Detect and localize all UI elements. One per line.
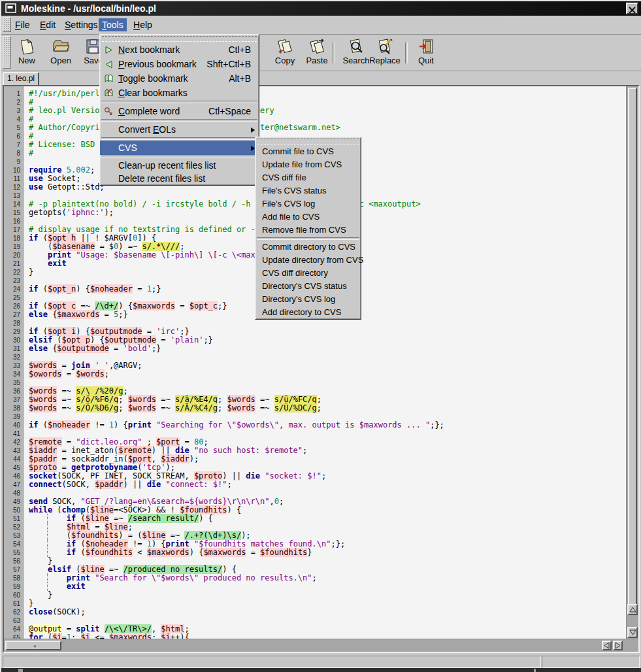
line-number: 37: [4, 395, 23, 404]
toolbar-button-paste[interactable]: Paste: [301, 37, 333, 69]
toolbar-button-open[interactable]: Open: [44, 37, 77, 69]
tools-menu-item-previous-bookmark[interactable]: Previous bookmarkShft+Ctl+B: [100, 57, 259, 71]
line-number: 28: [4, 319, 23, 328]
tools-menu-item-next-bookmark[interactable]: Next bookmarkCtl+B: [100, 42, 259, 57]
tools-menu-item-toggle-bookmark[interactable]: Toggle bookmarkAlt+B: [100, 71, 259, 86]
line-number: 32: [4, 353, 23, 361]
line-number: 36: [4, 387, 23, 395]
tools-menu-item-cvs[interactable]: CVS: [100, 141, 259, 155]
code-line[interactable]: $words = join ' ',@ARGV;: [29, 361, 626, 370]
toggle-bookmark-icon: [104, 73, 114, 84]
cvs-menu-item-add-directory-to-cvs[interactable]: Add directory to CVS: [255, 306, 361, 319]
menubar-item-settings[interactable]: Settings: [61, 18, 101, 31]
toolbar-grip-handle[interactable]: [3, 36, 11, 69]
code-line[interactable]: connect(SOCK, $paddr) || die "connect: $…: [29, 480, 626, 489]
tools-menu-item-complete-word[interactable]: Complete wordCtl+Space: [100, 104, 259, 118]
tab-leo-pl[interactable]: 1. leo.pl: [3, 72, 39, 85]
code-line[interactable]: exit: [29, 582, 626, 591]
line-number: 59: [4, 582, 23, 591]
menu-separator: [257, 237, 359, 240]
line-number: 19: [4, 243, 23, 251]
cvs-menu-item-commit-directory-to-cvs[interactable]: Commit directory to CVS: [255, 241, 361, 254]
code-line[interactable]: $owords = $words;: [29, 370, 626, 378]
menubar-item-tools[interactable]: Tools: [99, 18, 127, 31]
line-number: 2: [4, 98, 23, 107]
cvs-menu-item-file-s-cvs-status[interactable]: File's CVS status: [255, 184, 361, 197]
tools-menu-item-convert-eols[interactable]: Convert EOLs: [100, 122, 259, 137]
tools-menu: Next bookmarkCtl+BPrevious bookmarkShft+…: [99, 34, 259, 186]
clear-bookmarks-icon: [104, 88, 114, 98]
code-line[interactable]: close(SOCK);: [29, 608, 626, 616]
line-number: 15: [4, 209, 23, 217]
horizontal-scrollbar-thumb[interactable]: [5, 641, 61, 650]
cvs-menu-item-update-file-from-cvs[interactable]: Update file from CVS: [255, 158, 361, 171]
cvs-menu-item-commit-file-to-cvs[interactable]: Commit file to CVS: [255, 145, 361, 158]
vertical-scrollbar[interactable]: [626, 86, 638, 639]
code-line[interactable]: }: [29, 599, 626, 608]
menubar-item-file[interactable]: File: [12, 18, 33, 31]
tools-menu-item-delete-recent-files-list[interactable]: Delete recent files list: [100, 172, 259, 185]
horizontal-scrollbar[interactable]: [4, 639, 638, 652]
toolbar-button-new[interactable]: New: [12, 37, 42, 69]
line-number: 61: [4, 599, 23, 608]
code-line[interactable]: for ($i=1; $i <= $maxwords; $i++){: [29, 633, 626, 639]
cvs-menu-item-cvs-diff-file[interactable]: CVS diff file: [255, 171, 361, 184]
scroll-left-icon[interactable]: [602, 641, 612, 650]
line-number: 35: [4, 378, 23, 387]
scroll-up-icon[interactable]: [627, 604, 638, 615]
toolbar-button-copy[interactable]: Copy: [269, 37, 301, 69]
menu-tearoff-handle[interactable]: [257, 139, 359, 144]
menubar-item-help[interactable]: Help: [130, 18, 156, 31]
cvs-menu-item-cvs-diff-directory[interactable]: CVS diff directory: [255, 267, 361, 280]
tools-menu-item-clean-up-recent-files-list[interactable]: Clean-up recent files list: [100, 159, 259, 172]
toolbar-button-label: Replace: [369, 56, 401, 65]
menubar-grip-handle[interactable]: [3, 17, 11, 32]
toolbar-separator: [405, 42, 408, 63]
cvs-menu-item-add-file-to-cvs[interactable]: Add file to CVS: [255, 210, 361, 224]
line-number: 10: [4, 166, 23, 175]
close-icon[interactable]: [626, 3, 638, 14]
window-title: Moleskine - /usr/local/bin/leo.pl: [21, 1, 156, 16]
status-panel-right: [542, 656, 640, 668]
toolbar-button-quit[interactable]: Quit: [412, 37, 440, 69]
line-number: 47: [4, 480, 23, 489]
cvs-menu-item-update-directory-from-cvs[interactable]: Update directory from CVS: [255, 254, 361, 267]
menu-tearoff-handle[interactable]: [102, 36, 257, 42]
cvs-menu-item-directory-s-cvs-status[interactable]: Directory's CVS status: [255, 280, 361, 293]
menu-separator: [101, 101, 257, 103]
line-number-gutter: 1234567891011121314151617181920212223242…: [4, 86, 24, 639]
complete-word-icon: [104, 106, 114, 116]
menu-item-label: Toggle bookmark: [118, 73, 188, 84]
line-number: 33: [4, 361, 23, 370]
code-line[interactable]: }: [29, 591, 626, 599]
scroll-down-icon[interactable]: [627, 627, 638, 638]
tools-menu-item-clear-bookmarks[interactable]: Clear bookmarks: [100, 86, 259, 100]
toolbar-button-replace[interactable]: Replace: [366, 37, 404, 69]
line-number: 12: [4, 183, 23, 192]
toolbar-button-label: Open: [50, 56, 71, 65]
cvs-menu-item-directory-s-cvs-log[interactable]: Directory's CVS log: [255, 293, 361, 306]
copy-icon: [269, 37, 301, 56]
toolbar-button-label: Paste: [306, 56, 327, 65]
open-folder-icon: [44, 37, 77, 56]
cvs-menu-item-file-s-cvs-log[interactable]: File's CVS log: [255, 197, 361, 210]
submenu-arrow-icon: [251, 127, 255, 133]
scroll-right-icon[interactable]: [613, 641, 623, 650]
resize-mark: [18, 669, 23, 672]
line-number: 4: [4, 115, 23, 124]
cvs-menu-item-remove-file-from-cvs[interactable]: Remove file from CVS: [255, 224, 361, 237]
code-line[interactable]: else {$outputmode = 'bold';}: [29, 344, 626, 353]
toolbar-button-label: New: [18, 56, 35, 65]
code-line[interactable]: print "Search for \"$words\" produced no…: [29, 574, 626, 582]
line-number: 21: [4, 260, 23, 268]
vertical-scrollbar-thumb[interactable]: [628, 88, 637, 609]
menu-item-label: Complete word: [118, 106, 180, 116]
code-line[interactable]: $words =~ s/Ö/%D6/g; $words =~ s/Ä/%C4/g…: [29, 404, 626, 412]
menubar-item-edit[interactable]: Edit: [37, 18, 59, 31]
code-line[interactable]: if ($foundhits < $maxwords) {$maxwords =…: [29, 548, 626, 557]
window-menu-icon[interactable]: [5, 3, 17, 14]
line-number: 30: [4, 336, 23, 344]
code-line[interactable]: if ($noheader != 1) {print "Searching fo…: [29, 421, 626, 429]
line-number: 44: [4, 455, 23, 463]
line-number: 53: [4, 531, 23, 540]
